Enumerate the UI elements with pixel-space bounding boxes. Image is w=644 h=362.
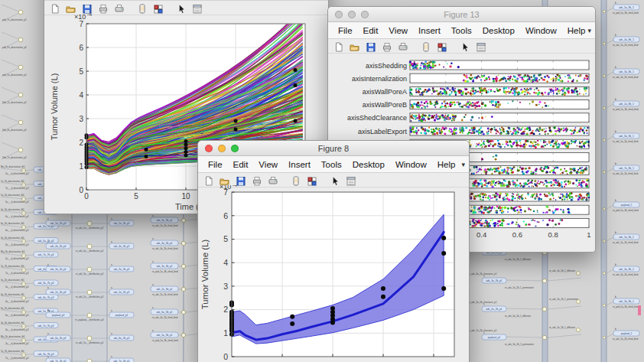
menu-item-window[interactable]: Window bbox=[390, 160, 432, 169]
menu-item-help[interactable]: Help bbox=[562, 26, 591, 35]
window-controls[interactable] bbox=[335, 11, 369, 18]
edit-plot-icon[interactable] bbox=[153, 3, 164, 13]
print-icon[interactable] bbox=[98, 3, 109, 13]
menu-bar bbox=[44, 0, 328, 1]
mobile-view-icon[interactable] bbox=[421, 41, 431, 51]
svg-text:b: b bbox=[615, 162, 616, 165]
window-title: Figure 8 bbox=[318, 144, 349, 153]
svg-text:re_adc_4a_-_distribution_p2: re_adc_4a_-_distribution_p2 bbox=[76, 249, 104, 253]
svg-text:3a_2b_deactivation_fb1: 3a_2b_deactivation_fb1 bbox=[1, 321, 24, 324]
save-icon[interactable] bbox=[82, 3, 93, 13]
close-button[interactable] bbox=[205, 145, 213, 152]
menu-overflow-icon[interactable]: ▾ bbox=[587, 27, 591, 34]
svg-text:adc_3a_3b_1: adc_3a_3b_1 bbox=[619, 70, 634, 73]
svg-text:re_adc_4a_2b_1_diffusion: re_adc_4a_2b_1_diffusion bbox=[505, 315, 531, 318]
mobile-view-icon[interactable] bbox=[291, 175, 301, 185]
menu-bar[interactable]: FileEditViewInsertToolsDesktopWindowHelp… bbox=[328, 22, 595, 39]
param-label: axisWallPoreB bbox=[363, 101, 407, 109]
figure-window-8[interactable]: Figure 8 FileEditViewInsertToolsDesktopW… bbox=[197, 140, 470, 362]
new-document-icon[interactable] bbox=[50, 3, 60, 13]
svg-text:a: a bbox=[111, 217, 112, 220]
save-icon[interactable] bbox=[236, 175, 246, 185]
svg-text:-4: -4 bbox=[87, 13, 92, 17]
svg-text:re_pab_5a_3b_shed_bind: re_pab_5a_3b_shed_bind bbox=[152, 339, 178, 342]
menu-item-edit[interactable]: Edit bbox=[228, 160, 254, 169]
print-preview-icon[interactable] bbox=[114, 3, 125, 13]
open-folder-icon[interactable] bbox=[350, 41, 360, 51]
plot-browser-icon[interactable] bbox=[476, 41, 486, 51]
print-preview-icon[interactable] bbox=[268, 175, 278, 185]
menu-bar[interactable]: FileEditViewInsertToolsDesktopWindowHelp… bbox=[198, 156, 469, 173]
menu-item-file[interactable]: File bbox=[333, 26, 358, 35]
menu-item-help[interactable]: Help bbox=[432, 160, 461, 169]
menu-item-window[interactable]: Window bbox=[520, 26, 562, 35]
svg-text:4a_2b_deactivation_fb1: 4a_2b_deactivation_fb1 bbox=[1, 293, 24, 296]
save-icon[interactable] bbox=[366, 41, 376, 51]
edit-plot-icon[interactable] bbox=[437, 41, 447, 51]
zoom-button[interactable] bbox=[361, 11, 369, 18]
minimize-button[interactable] bbox=[348, 11, 356, 18]
print-preview-icon[interactable] bbox=[398, 41, 408, 51]
minimize-button[interactable] bbox=[218, 145, 226, 152]
svg-text:a: a bbox=[152, 283, 154, 286]
param-label: axisShedding bbox=[366, 62, 407, 70]
svg-text:adc_5a_2b_p2: adc_5a_2b_p2 bbox=[50, 222, 66, 225]
pointer-icon[interactable] bbox=[176, 3, 187, 13]
svg-text:7a_-_d_detachment_p2: 7a_-_d_detachment_p2 bbox=[5, 187, 29, 190]
new-document-icon[interactable] bbox=[203, 175, 214, 185]
svg-text:0.4: 0.4 bbox=[476, 230, 486, 239]
open-folder-icon[interactable] bbox=[220, 175, 230, 185]
menu-item-tools[interactable]: Tools bbox=[316, 160, 347, 169]
svg-text:2: 2 bbox=[223, 305, 228, 314]
plot-browser-icon[interactable] bbox=[346, 175, 356, 185]
menu-overflow-icon[interactable]: ▾ bbox=[461, 161, 465, 168]
menu-item-edit[interactable]: Edit bbox=[358, 26, 384, 35]
titlebar[interactable]: Figure 13 bbox=[328, 7, 595, 22]
mobile-view-icon[interactable] bbox=[137, 3, 148, 13]
svg-text:aab_5u_deactivation_p2: aab_5u_deactivation_p2 bbox=[2, 73, 27, 77]
menu-item-tools[interactable]: Tools bbox=[446, 26, 477, 35]
svg-text:payload_p2: payload_p2 bbox=[52, 314, 65, 317]
menu-item-desktop[interactable]: Desktop bbox=[477, 26, 520, 35]
svg-text:re_adc_5a_2b_shed_bind: re_adc_5a_2b_shed_bind bbox=[152, 224, 178, 227]
pointer-icon[interactable] bbox=[330, 175, 340, 185]
param-label: axisWallPoreA bbox=[363, 88, 407, 96]
close-button[interactable] bbox=[335, 11, 343, 18]
svg-text:7: 7 bbox=[79, 20, 83, 28]
svg-text:3ab_2u_deactivation_p2: 3ab_2u_deactivation_p2 bbox=[2, 101, 27, 104]
new-document-icon[interactable] bbox=[333, 41, 344, 51]
svg-text:b: b bbox=[615, 130, 616, 133]
svg-text:5: 5 bbox=[79, 67, 83, 76]
svg-text:0: 0 bbox=[223, 352, 228, 361]
svg-text:6a_-_d_detachment_p2: 6a_-_d_detachment_p2 bbox=[5, 229, 29, 232]
svg-text:2: 2 bbox=[79, 139, 83, 147]
svg-text:adc_4a_3b_p1: adc_4a_3b_p1 bbox=[156, 242, 172, 245]
menu-item-insert[interactable]: Insert bbox=[413, 26, 446, 35]
menu-item-insert[interactable]: Insert bbox=[283, 160, 316, 169]
zoom-button[interactable] bbox=[231, 145, 239, 152]
open-folder-icon[interactable] bbox=[66, 3, 76, 13]
svg-text:b: b bbox=[615, 34, 616, 37]
plot-browser-icon[interactable] bbox=[192, 3, 203, 13]
print-icon[interactable] bbox=[252, 175, 262, 185]
window-controls[interactable] bbox=[205, 145, 239, 152]
menu-item-file[interactable]: File bbox=[203, 160, 228, 169]
svg-text:adc_2a_2b_p1: adc_2a_2b_p1 bbox=[486, 308, 502, 311]
svg-text:b: b bbox=[615, 66, 616, 69]
svg-text:a: a bbox=[152, 260, 154, 263]
edit-plot-icon[interactable] bbox=[307, 175, 317, 185]
menu-item-view[interactable]: View bbox=[253, 160, 283, 169]
menu-item-view[interactable]: View bbox=[383, 26, 413, 35]
svg-text:0: 0 bbox=[84, 192, 89, 201]
svg-text:re_adc_4a_2b_shed_bind: re_adc_4a_2b_shed_bind bbox=[613, 172, 639, 175]
svg-text:6a_-_d_detachment_p2: 6a_-_d_detachment_p2 bbox=[5, 314, 29, 317]
matlab-desktop: aab_Tu_deactivation_p2aab_Fu_deactivatio… bbox=[0, 0, 644, 362]
prediction-band-plot[interactable]: 01234567Tumor Volume (L)×10-4 bbox=[198, 185, 469, 362]
menu-item-desktop[interactable]: Desktop bbox=[347, 160, 390, 169]
titlebar[interactable]: Figure 8 bbox=[198, 141, 469, 156]
pointer-icon[interactable] bbox=[460, 41, 470, 51]
svg-text:3a_-_d_detachment_p2: 3a_-_d_detachment_p2 bbox=[5, 243, 29, 246]
svg-text:re_adc_3a_2b_1_permeation: re_adc_3a_2b_1_permeation bbox=[505, 343, 534, 346]
window-title: Figure 13 bbox=[444, 10, 479, 19]
print-icon[interactable] bbox=[382, 41, 392, 51]
